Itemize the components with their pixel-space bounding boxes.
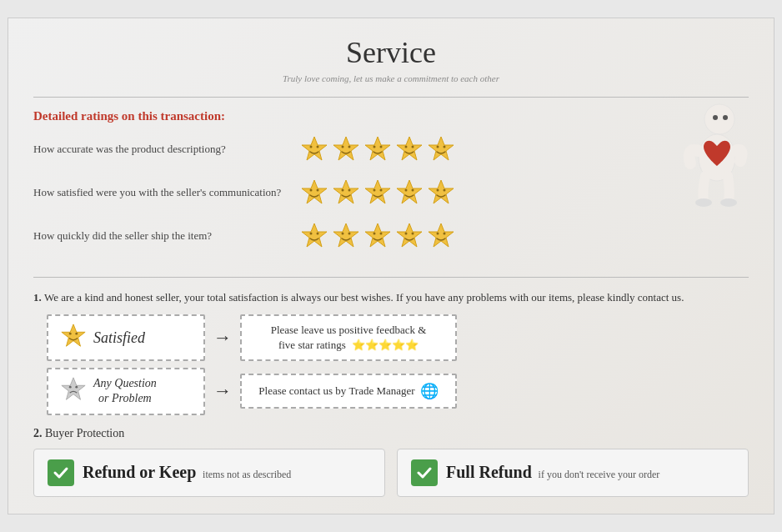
svg-point-53 [75,333,78,335]
star-5 [427,135,455,163]
svg-marker-30 [302,223,327,247]
ratings-title: Detailed ratings on this transaction: [33,109,749,123]
buyer-box-2: Full Refund if you don't receive your or… [397,449,749,497]
arrow-right-1: → [213,327,232,349]
svg-point-23 [380,189,383,192]
rating-row-2: How satisfied were you with the seller's… [33,178,749,207]
star-r2-4 [395,178,424,207]
ratings-area: Detailed ratings on this transaction: Ho… [33,109,749,265]
star-r3-2 [332,222,360,250]
five-stars-icons: ⭐⭐⭐⭐⭐ [352,339,419,351]
star-r2-1 [300,178,328,207]
svg-marker-42 [429,223,454,247]
satisfied-star-icon [60,323,87,353]
svg-point-37 [373,233,376,235]
svg-point-47 [695,198,712,207]
svg-marker-51 [62,324,85,346]
star-1 [300,135,328,163]
svg-point-11 [412,146,414,148]
satisfied-box: Satisfied [47,314,205,361]
svg-point-26 [412,189,414,192]
svg-marker-33 [333,223,358,247]
svg-point-7 [373,146,376,148]
star-r2-5 [427,178,455,207]
svg-point-43 [437,233,439,235]
rating-question-1: How accurate was the product description… [33,143,283,156]
satisfaction-intro: 1. We are a kind and honest seller, your… [33,289,749,306]
svg-point-32 [317,233,319,235]
question-label: Any Question or Problem [93,376,157,406]
svg-marker-15 [302,180,327,203]
stars-row-2 [300,178,455,207]
star-r3-4 [395,222,424,250]
star-r3-5 [427,222,455,250]
svg-point-8 [380,146,383,148]
svg-point-50 [723,115,728,120]
buyer-box-text-2: Full Refund if you don't receive your or… [446,463,659,482]
svg-marker-12 [429,137,454,160]
svg-marker-18 [333,180,358,203]
svg-marker-27 [429,180,454,203]
trade-manager-icon: 🌐 [420,382,439,400]
svg-point-14 [444,146,446,148]
svg-point-44 [444,233,446,235]
svg-marker-39 [397,223,422,247]
svg-point-17 [317,189,319,192]
svg-marker-24 [397,180,422,203]
svg-marker-3 [333,137,358,160]
satisfaction-boxes: Satisfied → Please leave us positive fee… [47,314,749,415]
svg-point-55 [69,386,72,389]
satisfied-label: Satisfied [93,329,145,347]
svg-point-13 [437,146,439,148]
mascot-figure [674,101,749,201]
arrow-right-2: → [213,380,232,402]
divider [33,97,749,98]
satisfaction-num: 1. [33,291,44,304]
gray-star-icon [60,376,87,406]
stars-row-3 [300,222,455,250]
page-title: Service [33,35,749,70]
contact-box: Please contact us by Trade Manager 🌐 [240,374,457,409]
svg-marker-36 [365,223,390,247]
feedback-box: Please leave us positive feedback & five… [240,314,457,361]
svg-point-4 [342,146,344,148]
page-container: Service Truly love coming, let us make a… [8,18,774,514]
star-2 [332,135,360,163]
buyer-title: 2. Buyer Protection [33,427,749,440]
buyer-boxes: Refund or Keep items not as described Fu… [33,449,749,497]
svg-point-41 [412,233,414,235]
svg-point-29 [444,189,446,192]
rating-row-3: How quickly did the seller ship the item… [33,222,749,250]
satisfaction-row-2: Any Question or Problem → Please contact… [47,368,749,414]
svg-point-19 [342,189,344,192]
buyer-box-1: Refund or Keep items not as described [33,449,385,497]
satisfaction-section: 1. We are a kind and honest seller, your… [33,289,749,414]
stars-row-1 [300,135,455,163]
svg-point-10 [405,146,408,148]
svg-point-25 [405,189,408,192]
buyer-section: 2. Buyer Protection Refund or Keep items… [33,427,749,497]
star-3 [363,135,392,163]
page-subtitle: Truly love coming, let us make a commitm… [33,73,749,83]
svg-marker-6 [365,137,390,160]
svg-point-5 [348,146,351,148]
svg-point-34 [342,233,344,235]
question-box: Any Question or Problem [47,368,205,414]
checkmark-icon-2 [411,459,438,486]
svg-point-22 [373,189,376,192]
checkmark-icon-1 [48,459,74,486]
svg-point-56 [75,386,78,389]
svg-point-49 [713,115,718,120]
svg-point-52 [69,333,72,335]
svg-point-48 [720,198,737,207]
svg-point-45 [704,104,734,134]
svg-point-38 [380,233,383,235]
star-r3-1 [300,222,328,250]
rating-row-1: How accurate was the product description… [33,135,749,163]
satisfaction-row-1: Satisfied → Please leave us positive fee… [47,314,749,361]
svg-point-35 [348,233,351,235]
buyer-box-text-1: Refund or Keep items not as described [83,463,291,482]
svg-point-31 [310,233,313,235]
svg-point-20 [348,189,351,192]
contact-text: Please contact us by Trade Manager [258,384,414,398]
